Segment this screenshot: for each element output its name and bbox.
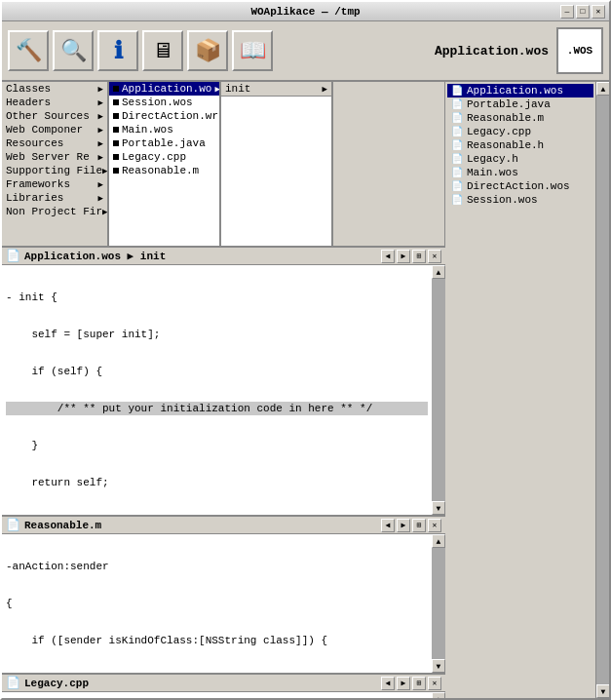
tree-item-frameworks[interactable]: Frameworks ▶ bbox=[2, 177, 107, 191]
editor-btn-right-3[interactable]: ▶ bbox=[397, 677, 410, 690]
empty-panel bbox=[333, 82, 445, 246]
scroll-up-btn-2[interactable]: ▲ bbox=[432, 534, 445, 548]
tree-item-non-project[interactable]: Non Project Fir ▶ bbox=[2, 205, 107, 218]
scroll-up-btn[interactable]: ▲ bbox=[432, 265, 445, 279]
editor-btn-close-2[interactable]: ✕ bbox=[428, 519, 441, 532]
file-item-directaction[interactable]: DirectAction.wr bbox=[109, 109, 219, 123]
scroll-track[interactable] bbox=[432, 279, 445, 501]
manual-button[interactable]: 📖 bbox=[232, 30, 273, 71]
right-filename: Reasonable.h bbox=[467, 139, 544, 151]
main-window: WOAplikace — /tmp — □ ✕ 🔨 🔍 ℹ 🖥 📦 📖 Appl… bbox=[0, 0, 611, 700]
tree-item-web-server[interactable]: Web Server Re ▶ bbox=[2, 150, 107, 164]
editor-btn-close[interactable]: ✕ bbox=[428, 250, 441, 263]
editor-btn-left-2[interactable]: ◀ bbox=[381, 519, 395, 532]
tree-item-headers[interactable]: Headers ▶ bbox=[2, 96, 107, 109]
file-type-icon: 📄 bbox=[451, 126, 463, 137]
code-line: } bbox=[6, 439, 428, 452]
hammer-button[interactable]: 🔨 bbox=[8, 30, 49, 71]
right-file-portable-java[interactable]: 📄 Portable.java bbox=[447, 97, 593, 111]
right-file-legacy-cpp[interactable]: 📄 Legacy.cpp bbox=[447, 125, 593, 138]
right-file-main-wos[interactable]: 📄 Main.wos bbox=[447, 166, 593, 179]
editor-legacy-cpp: 📄 Legacy.cpp ◀ ▶ ⊞ ✕ #include <legacy.h> bbox=[2, 675, 445, 698]
right-file-session-wos[interactable]: 📄 Session.wos bbox=[447, 193, 593, 207]
right-scroll-track[interactable] bbox=[596, 96, 609, 684]
editor-scrollbar-1: ▲ ▼ bbox=[432, 265, 445, 515]
editor-controls-2: ◀ ▶ ⊞ ✕ bbox=[381, 519, 441, 532]
editor-body-application: - init { self = [super init]; if (self) … bbox=[2, 265, 445, 515]
search-icon: 🔍 bbox=[60, 38, 87, 64]
tree-label: Classes bbox=[6, 83, 51, 95]
right-scroll-up[interactable]: ▲ bbox=[596, 82, 609, 96]
tree-label: Libraries bbox=[6, 192, 63, 204]
scroll-down-btn[interactable]: ▼ bbox=[432, 501, 445, 515]
scroll-down-btn-2[interactable]: ▼ bbox=[432, 659, 445, 673]
code-content-legacy[interactable]: #include <legacy.h> class Xyz : public S… bbox=[2, 692, 432, 698]
maximize-button[interactable]: □ bbox=[576, 5, 590, 19]
editor-btn-right[interactable]: ▶ bbox=[397, 250, 410, 263]
editor-btn-close-3[interactable]: ✕ bbox=[428, 677, 441, 690]
tree-arrow: ▶ bbox=[98, 193, 103, 204]
file-type-icon: 📄 bbox=[451, 139, 463, 151]
tree-label: Other Sources bbox=[6, 110, 90, 122]
tree-item-resources[interactable]: Resources ▶ bbox=[2, 136, 107, 150]
right-panel-scrollbar: ▲ ▼ bbox=[595, 82, 609, 698]
file-dot bbox=[113, 140, 119, 146]
tree-item-supporting-files[interactable]: Supporting File ▶ bbox=[2, 164, 107, 177]
right-file-reasonable-h[interactable]: 📄 Reasonable.h bbox=[447, 138, 593, 152]
right-file-reasonable-m[interactable]: 📄 Reasonable.m bbox=[447, 111, 593, 125]
code-content-application[interactable]: - init { self = [super init]; if (self) … bbox=[2, 265, 432, 515]
editor-btn-left-3[interactable]: ◀ bbox=[381, 677, 395, 690]
file-item-application-wos[interactable]: Application.wo ▶ bbox=[109, 82, 219, 96]
methods-list: init ▶ bbox=[221, 82, 333, 246]
file-dot bbox=[113, 168, 119, 174]
file-item-legacy-cpp[interactable]: Legacy.cpp bbox=[109, 150, 219, 164]
package-button[interactable]: 📦 bbox=[187, 30, 228, 71]
code-content-reasonable[interactable]: -anAction:sender { if ([sender isKindOfC… bbox=[2, 534, 432, 673]
minimize-button[interactable]: — bbox=[560, 5, 574, 19]
tree-item-libraries[interactable]: Libraries ▶ bbox=[2, 191, 107, 205]
monitor-button[interactable]: 🖥 bbox=[142, 30, 183, 71]
info-button[interactable]: ℹ bbox=[97, 30, 138, 71]
manual-icon: 📖 bbox=[240, 38, 266, 64]
right-filename: Session.wos bbox=[467, 194, 538, 206]
file-dot bbox=[113, 127, 119, 133]
window-controls: — □ ✕ bbox=[560, 5, 605, 19]
right-file-application-wos[interactable]: 📄 Application.wos bbox=[447, 84, 593, 97]
file-item-portable-java[interactable]: Portable.java bbox=[109, 136, 219, 150]
file-item-reasonable-m[interactable]: Reasonable.m bbox=[109, 164, 219, 177]
editor-file-icon-3: 📄 bbox=[6, 676, 20, 690]
file-item-session-wos[interactable]: Session.wos bbox=[109, 96, 219, 109]
scroll-up-btn-3[interactable]: ▲ bbox=[432, 692, 445, 698]
editor-btn-right-2[interactable]: ▶ bbox=[397, 519, 410, 532]
right-file-legacy-h[interactable]: 📄 Legacy.h bbox=[447, 152, 593, 166]
right-file-directaction-wos[interactable]: 📄 DirectAction.wos bbox=[447, 179, 593, 193]
editor-btn-expand-2[interactable]: ⊞ bbox=[412, 519, 426, 532]
close-button[interactable]: ✕ bbox=[592, 5, 605, 19]
methods-header: init ▶ bbox=[221, 82, 331, 97]
tree-item-web-components[interactable]: Web Componer ▶ bbox=[2, 123, 107, 136]
right-filename: Legacy.h bbox=[467, 153, 518, 165]
tree-item-classes[interactable]: Classes ▶ bbox=[2, 82, 107, 96]
editor-btn-expand[interactable]: ⊞ bbox=[412, 250, 426, 263]
scroll-track-2[interactable] bbox=[432, 548, 445, 659]
editor-header-legacy: 📄 Legacy.cpp ◀ ▶ ⊞ ✕ bbox=[2, 675, 445, 692]
file-item-main-wos[interactable]: Main.wos bbox=[109, 123, 219, 136]
file-type-box: .WOS bbox=[556, 27, 603, 74]
project-tree[interactable]: Classes ▶ Headers ▶ Other Sources ▶ Web … bbox=[2, 82, 109, 246]
editor-btn-expand-3[interactable]: ⊞ bbox=[412, 677, 426, 690]
file-type-icon: 📄 bbox=[451, 112, 463, 124]
file-type-text: .WOS bbox=[567, 45, 592, 57]
file-dot bbox=[113, 113, 119, 119]
right-scroll-down[interactable]: ▼ bbox=[596, 684, 609, 698]
editor-body-reasonable: -anAction:sender { if ([sender isKindOfC… bbox=[2, 534, 445, 673]
code-line-highlighted: /** ** put your initialization code in h… bbox=[6, 402, 428, 415]
file-type-icon: 📄 bbox=[451, 85, 463, 97]
tree-item-other-sources[interactable]: Other Sources ▶ bbox=[2, 109, 107, 123]
right-file-list-items[interactable]: 📄 Application.wos 📄 Portable.java 📄 Reas… bbox=[445, 82, 595, 698]
right-filename: Portable.java bbox=[467, 98, 551, 110]
file-info: Application.wos .WOS bbox=[435, 27, 603, 74]
file-list[interactable]: Application.wo ▶ Session.wos DirectActio… bbox=[109, 82, 221, 246]
monitor-icon: 🖥 bbox=[152, 38, 173, 64]
search-button[interactable]: 🔍 bbox=[53, 30, 94, 71]
editor-btn-left[interactable]: ◀ bbox=[381, 250, 395, 263]
